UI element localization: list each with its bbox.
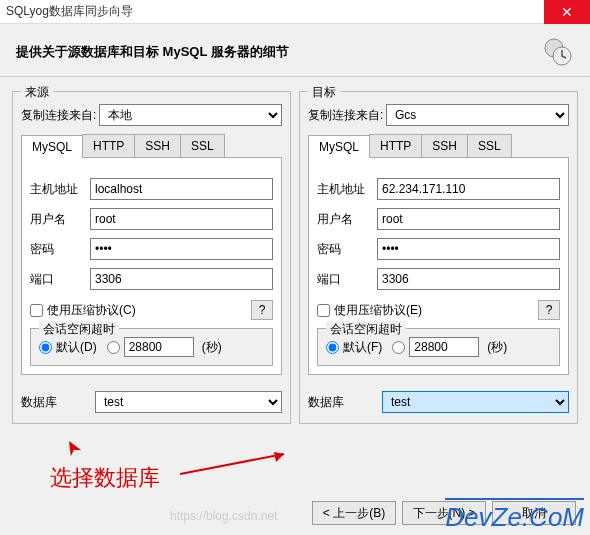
tgt-tab-mysql[interactable]: MySQL [308,135,370,158]
tgt-custom-radio[interactable] [392,341,405,354]
tgt-tab-http[interactable]: HTTP [369,134,422,157]
src-db-select[interactable]: test [95,391,282,413]
tgt-timeout-input[interactable] [409,337,479,357]
target-copy-label: 复制连接来自: [308,107,386,124]
tgt-db-select[interactable]: test [382,391,569,413]
tgt-default-radio[interactable] [326,341,339,354]
source-tab-body: 主机地址 用户名 密码 端口 使用压缩协议(C) ? 会话空闲超时 默认(D) … [21,158,282,375]
src-port-label: 端口 [30,271,90,288]
close-button[interactable]: ✕ [544,0,590,24]
tgt-idle-group: 会话空闲超时 默认(F) (秒) [317,328,560,366]
src-idle-group: 会话空闲超时 默认(D) (秒) [30,328,273,366]
tgt-compress-checkbox[interactable] [317,304,330,317]
src-host-input[interactable] [90,178,273,200]
window-title: SQLyog数据库同步向导 [6,3,544,20]
next-button[interactable]: 下一步(N) > [402,501,486,525]
src-custom-radio[interactable] [107,341,120,354]
src-host-label: 主机地址 [30,181,90,198]
src-timeout-input[interactable] [124,337,194,357]
src-default-label: 默认(D) [56,339,97,356]
src-idle-legend: 会话空闲超时 [39,321,119,338]
tab-http[interactable]: HTTP [82,134,135,157]
source-copy-select[interactable]: 本地 [99,104,282,126]
title-bar: SQLyog数据库同步向导 ✕ [0,0,590,24]
src-compress-label: 使用压缩协议(C) [47,302,136,319]
tgt-host-input[interactable] [377,178,560,200]
sync-icon [542,36,574,68]
tgt-idle-legend: 会话空闲超时 [326,321,406,338]
tgt-port-input[interactable] [377,268,560,290]
target-tab-body: 主机地址 用户名 密码 端口 使用压缩协议(E) ? 会话空闲超时 默认(F) … [308,158,569,375]
src-port-input[interactable] [90,268,273,290]
tab-mysql[interactable]: MySQL [21,135,83,158]
tgt-host-label: 主机地址 [317,181,377,198]
src-user-input[interactable] [90,208,273,230]
target-tabs: MySQL HTTP SSH SSL [308,134,569,158]
tgt-port-label: 端口 [317,271,377,288]
target-panel: 目标 复制连接来自: Gcs MySQL HTTP SSH SSL 主机地址 用… [299,91,578,424]
src-db-label: 数据库 [21,394,95,411]
annotation-select-db: 选择数据库 [50,463,160,493]
src-pass-label: 密码 [30,241,90,258]
back-button[interactable]: < 上一步(B) [312,501,396,525]
svg-marker-3 [274,452,284,462]
tgt-user-label: 用户名 [317,211,377,228]
watermark-url: https://blog.csdn.net [170,509,277,523]
help-button[interactable]: ? [251,300,273,320]
tgt-pass-label: 密码 [317,241,377,258]
source-panel: 来源 复制连接来自: 本地 MySQL HTTP SSH SSL 主机地址 用户… [12,91,291,424]
cancel-button[interactable]: 取消 [492,501,576,525]
src-compress-checkbox[interactable] [30,304,43,317]
tgt-tab-ssh[interactable]: SSH [421,134,468,157]
source-tabs: MySQL HTTP SSH SSL [21,134,282,158]
tgt-pass-input[interactable] [377,238,560,260]
arrow-local-icon [65,440,81,460]
tgt-db-label: 数据库 [308,394,382,411]
target-legend: 目标 [308,84,340,101]
tgt-user-input[interactable] [377,208,560,230]
header-text: 提供关于源数据库和目标 MySQL 服务器的细节 [16,43,542,61]
tab-ssl[interactable]: SSL [180,134,225,157]
target-copy-select[interactable]: Gcs [386,104,569,126]
svg-line-2 [180,454,284,474]
src-user-label: 用户名 [30,211,90,228]
arrow-right-icon [180,450,300,480]
src-seconds-label: (秒) [202,339,222,356]
tab-ssh[interactable]: SSH [134,134,181,157]
tgt-help-button[interactable]: ? [538,300,560,320]
source-legend: 来源 [21,84,53,101]
tgt-default-label: 默认(F) [343,339,382,356]
tgt-seconds-label: (秒) [487,339,507,356]
src-default-radio[interactable] [39,341,52,354]
tgt-compress-label: 使用压缩协议(E) [334,302,422,319]
wizard-buttons: < 上一步(B) 下一步(N) > 取消 [312,501,576,525]
src-pass-input[interactable] [90,238,273,260]
source-copy-label: 复制连接来自: [21,107,99,124]
tgt-tab-ssl[interactable]: SSL [467,134,512,157]
header: 提供关于源数据库和目标 MySQL 服务器的细节 [0,24,590,77]
